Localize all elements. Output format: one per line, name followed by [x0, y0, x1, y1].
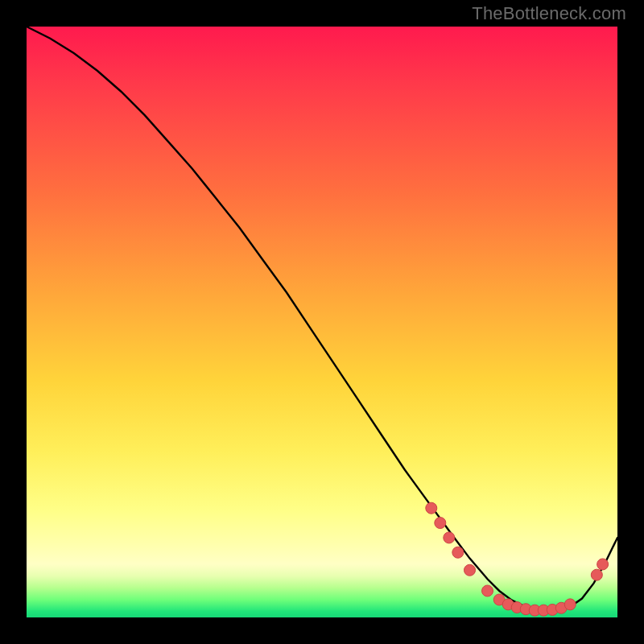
curve-marker	[482, 585, 493, 597]
curve-marker	[597, 559, 609, 570]
plot-area	[27, 27, 617, 617]
curve-marker	[591, 569, 602, 580]
curve-marker	[564, 599, 576, 610]
curve-marker	[435, 518, 446, 529]
curve-marker	[444, 532, 455, 543]
curve-marker	[452, 547, 464, 558]
curve-marker	[464, 564, 476, 576]
curve-marker	[426, 502, 437, 514]
chart-frame: TheBottleneck.com	[0, 0, 644, 644]
curve-path	[27, 27, 617, 610]
watermark-text: TheBottleneck.com	[472, 3, 626, 24]
curve-svg	[27, 27, 617, 617]
